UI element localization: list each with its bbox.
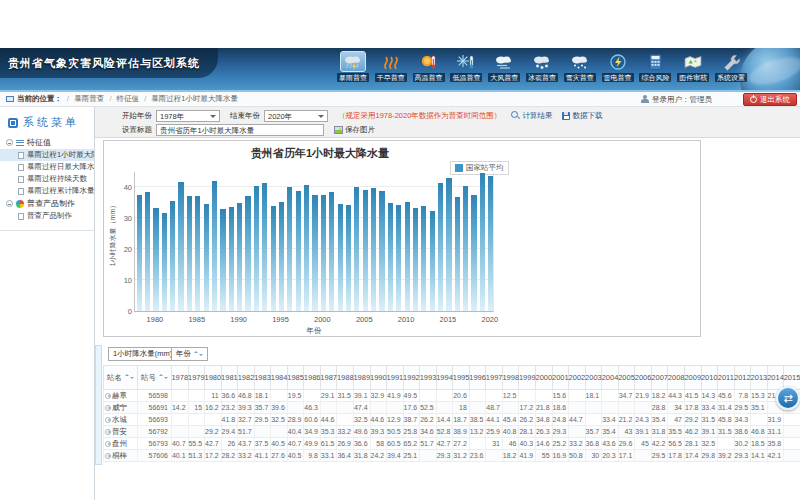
sidebar-item[interactable]: 暴雨过程累计降水量 [0, 185, 94, 197]
value-cell: 24.3 [635, 414, 652, 425]
nav-wind-survey[interactable]: 大风普查 [487, 51, 521, 91]
year-column-header[interactable]: 1983 [255, 365, 272, 390]
year-column-header[interactable]: 1985 [288, 365, 305, 390]
year-column-header[interactable]: 2012 [735, 365, 752, 390]
year-column-header[interactable]: 1989 [354, 365, 371, 390]
year-column-header[interactable]: 1991 [387, 365, 404, 390]
year-column-header[interactable]: 2006 [635, 365, 652, 390]
year-column-header[interactable]: 2005 [619, 365, 636, 390]
year-column-header[interactable]: 1998 [503, 365, 520, 390]
radio-icon[interactable] [105, 441, 111, 447]
year-column-header[interactable]: 2010 [702, 365, 719, 390]
sidebar-item[interactable]: 暴雨过程1小时最大降水量 [0, 149, 94, 161]
year-column-header[interactable]: 2013 [751, 365, 768, 390]
nav-label: 暴雨普查 [337, 73, 369, 82]
bar-1985 [195, 196, 200, 311]
station-select-56693[interactable]: 水城 [103, 414, 138, 425]
sync-float-button[interactable]: ⇄ [776, 386, 800, 410]
nav-system-settings[interactable]: 系统设置 [714, 51, 748, 91]
year-column-header[interactable]: 1979 [189, 365, 206, 390]
nav-snow-survey[interactable]: 雪灾普查 [563, 51, 597, 91]
sort-arrows-icon[interactable] [158, 374, 168, 381]
year-column-header[interactable]: 1997 [486, 365, 503, 390]
data-download-button[interactable]: 数据下载 [562, 111, 602, 121]
station-name-header[interactable]: 站名 [103, 365, 138, 390]
bar-2000 [321, 195, 326, 311]
year-column-header[interactable]: 2002 [569, 365, 586, 390]
year-column-header[interactable]: 1988 [337, 365, 354, 390]
year-column-header[interactable]: 1999 [519, 365, 536, 390]
year-column-header[interactable]: 2001 [553, 365, 570, 390]
collapse-strip[interactable] [95, 345, 102, 465]
station-select-56793[interactable]: 盘州 [103, 438, 138, 449]
bar-1996 [287, 187, 292, 311]
value-cell: 15.6 [553, 390, 570, 401]
year-column-header[interactable]: 2007 [652, 365, 669, 390]
radio-icon[interactable] [105, 417, 111, 423]
chart-title-input[interactable]: 贵州省历年1小时最大降水量 [156, 124, 324, 136]
year-sort-box[interactable]: 年份 [171, 347, 208, 361]
year-column-header[interactable]: 1994 [437, 365, 454, 390]
nav-map-review[interactable]: 图件审核 [676, 51, 710, 91]
collapse-icon[interactable] [6, 200, 13, 207]
year-column-header[interactable]: 1982 [238, 365, 255, 390]
nav-drought-survey[interactable]: 干旱普查 [374, 51, 408, 91]
year-column-header[interactable]: 2011 [718, 365, 735, 390]
nav-comprehensive-risk[interactable]: 综合风险 [638, 51, 672, 91]
sort-arrows-icon[interactable] [193, 351, 203, 358]
year-column-header[interactable]: 1995 [453, 365, 470, 390]
nav-hail-survey[interactable]: 冰雹普查 [525, 51, 559, 91]
year-column-header[interactable]: 2003 [586, 365, 603, 390]
value-cell: 12.5 [503, 390, 520, 401]
login-user-label: 登录用户：管理员 [652, 95, 712, 105]
year-column-header[interactable]: 1978 [172, 365, 189, 390]
station-select-57606[interactable]: 桐梓 [103, 450, 138, 461]
location-icon [6, 96, 14, 102]
save-image-button[interactable]: 保存图片 [334, 125, 375, 135]
sidebar-item[interactable]: 暴雨过程日最大降水量 [0, 161, 94, 173]
station-select-56598[interactable]: 赫章 [103, 390, 138, 401]
start-year-select[interactable]: 1978年 [156, 110, 220, 122]
station-select-56792[interactable]: 普安 [103, 426, 138, 437]
logout-button[interactable]: 退出系统 [743, 93, 797, 106]
year-column-header[interactable]: 1990 [371, 365, 388, 390]
sidebar-title: 系统菜单 [23, 115, 79, 130]
breadcrumb-item[interactable]: 特征值 [117, 94, 140, 103]
hail-survey-icon [529, 51, 555, 72]
year-column-header[interactable]: 1984 [271, 365, 288, 390]
bar-1999 [312, 195, 317, 311]
year-column-header[interactable]: 1992 [404, 365, 421, 390]
radio-icon[interactable] [105, 393, 111, 399]
nav-lightning-survey[interactable]: 雷电普查 [601, 51, 635, 91]
year-column-header[interactable]: 1986 [304, 365, 321, 390]
year-column-header[interactable]: 1980 [205, 365, 222, 390]
sidebar-item[interactable]: 暴雨过程持续天数 [0, 173, 94, 185]
year-column-header[interactable]: 1981 [222, 365, 239, 390]
tree-group-0[interactable]: 特征值 [0, 136, 94, 149]
sort-arrows-icon[interactable] [124, 374, 134, 381]
station-select-56691[interactable]: 威宁 [103, 402, 138, 413]
calc-result-button[interactable]: 计算结果 [511, 111, 552, 121]
nav-rainstorm-survey[interactable]: 暴雨普查 [336, 51, 370, 91]
value-cell: 46.3 [304, 402, 321, 413]
radio-icon[interactable] [105, 429, 111, 435]
year-column-header[interactable]: 2008 [668, 365, 685, 390]
breadcrumb-item[interactable]: 暴雨普查 [74, 94, 104, 103]
year-column-header[interactable]: 2000 [536, 365, 553, 390]
value-cell: 38.9 [453, 426, 470, 437]
nav-label: 综合风险 [639, 73, 671, 82]
tree-group-1[interactable]: 普查产品制作 [0, 197, 94, 210]
year-column-header[interactable]: 2004 [602, 365, 619, 390]
year-column-header[interactable]: 2009 [685, 365, 702, 390]
sidebar-item[interactable]: 普查产品制作 [0, 210, 94, 222]
radio-icon[interactable] [105, 453, 111, 459]
end-year-select[interactable]: 2020年 [264, 110, 328, 122]
radio-icon[interactable] [105, 405, 111, 411]
station-id-header[interactable]: 站号 [138, 365, 172, 390]
nav-high-temp-survey[interactable]: 高温普查 [412, 51, 446, 91]
collapse-icon[interactable] [6, 139, 13, 146]
year-column-header[interactable]: 1987 [321, 365, 338, 390]
year-column-header[interactable]: 1996 [470, 365, 487, 390]
nav-low-temp-survey[interactable]: 低温普查 [449, 51, 483, 91]
year-column-header[interactable]: 1993 [420, 365, 437, 390]
